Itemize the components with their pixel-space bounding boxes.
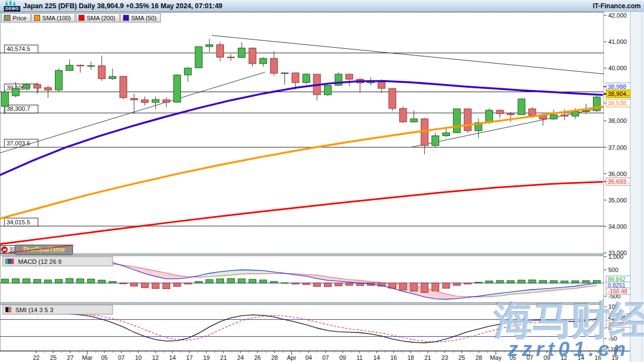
macd-histogram-bar bbox=[260, 280, 267, 283]
macd-histogram-bar bbox=[561, 281, 568, 283]
candle-body bbox=[583, 111, 590, 111]
macd-histogram-bar bbox=[518, 280, 525, 283]
macd-histogram-bar bbox=[98, 280, 105, 283]
smi-legend-chip[interactable]: SMI (14 3 5 3 bbox=[3, 305, 113, 314]
candle-body bbox=[421, 119, 428, 146]
prorealtime-logo-icon bbox=[1, 246, 8, 253]
legend-label: SMA (200) bbox=[87, 15, 115, 21]
price-tick-label: 35,000 bbox=[608, 197, 627, 203]
candle bbox=[389, 88, 396, 111]
candle-body bbox=[109, 76, 116, 78]
time-tick-label: 28 bbox=[475, 354, 482, 361]
legend-swatch-icon bbox=[4, 15, 10, 21]
price-value-label: 38,988 bbox=[608, 83, 626, 90]
indicator-swatch-icon bbox=[11, 259, 14, 264]
candle bbox=[593, 95, 601, 112]
candle-body bbox=[23, 84, 30, 88]
candle-body bbox=[443, 133, 450, 135]
legend-chip-sma-100[interactable]: SMA (100) bbox=[31, 13, 75, 22]
candle-body bbox=[98, 66, 105, 79]
time-tick-label: 09 bbox=[544, 354, 550, 361]
time-tick-label: 21 bbox=[220, 354, 227, 361]
macd-histogram-bar bbox=[44, 280, 52, 283]
time-tick-label: 22 bbox=[33, 354, 40, 361]
candle bbox=[335, 72, 342, 86]
macd-histogram-bar bbox=[33, 279, 41, 283]
candle-body bbox=[44, 88, 52, 90]
candle-body bbox=[184, 68, 192, 75]
macd-legend-chip-label: MACD (12 26 9 bbox=[18, 258, 61, 265]
chart-application: DEMO Japan 225 (DFB) Daily 38,904.9 +0.3… bbox=[0, 0, 644, 362]
candle-body bbox=[410, 119, 417, 122]
price-tick-label: 40,000 bbox=[608, 65, 627, 71]
time-tick-label: 24 bbox=[237, 354, 244, 361]
macd-histogram-bar bbox=[593, 280, 601, 283]
macd-histogram-bar bbox=[227, 279, 234, 283]
candle-body bbox=[217, 44, 224, 57]
price-tick-label: 42,000 bbox=[608, 12, 627, 19]
chart-canvas[interactable]: 42,00041,00040,00039,00038,00037,00036,0… bbox=[0, 0, 644, 362]
macd-histogram-bar bbox=[173, 283, 181, 286]
legend-chip-sma-200[interactable]: SMA (200) bbox=[76, 13, 120, 22]
price-tick-label: 37,000 bbox=[608, 144, 627, 151]
time-tick-label: 18 bbox=[407, 354, 414, 361]
macd-histogram-bar bbox=[217, 279, 224, 283]
candle-body bbox=[131, 99, 138, 100]
time-tick-label: 28 bbox=[271, 354, 278, 361]
macd-histogram-bar bbox=[12, 279, 19, 283]
candle-body bbox=[55, 71, 63, 90]
indicator-legend: PriceSMA (100)SMA (200)SMA (50) bbox=[1, 13, 161, 22]
price-level-label: 34,015.5 bbox=[7, 219, 30, 225]
time-tick-label: 11 bbox=[356, 354, 362, 361]
candle-body bbox=[206, 44, 213, 47]
time-tick-label: 04 bbox=[305, 354, 312, 361]
macd-histogram-bar bbox=[335, 283, 342, 286]
price-level-label: 37,003.6 bbox=[7, 140, 30, 146]
prorealtime-watermark: ProRealTime bbox=[15, 245, 73, 255]
candle-body bbox=[33, 84, 41, 88]
time-tick-label: May bbox=[490, 354, 502, 361]
time-tick-label: 07 bbox=[527, 354, 533, 361]
time-tick-label: 26 bbox=[254, 354, 261, 361]
time-tick-label: 25 bbox=[458, 354, 465, 361]
macd-histogram-bar bbox=[66, 279, 73, 283]
candle-body bbox=[12, 88, 19, 96]
macd-histogram-bar bbox=[540, 280, 547, 283]
candle-body bbox=[163, 100, 170, 102]
candle-body bbox=[173, 75, 181, 103]
macd-histogram-bar bbox=[206, 280, 213, 283]
price-value-label: 35,693.. bbox=[608, 178, 630, 185]
macd-histogram-bar bbox=[529, 280, 536, 283]
time-tick-label: 25 bbox=[50, 354, 57, 361]
macd-tick-label: 500 bbox=[608, 267, 618, 273]
smi-value-label: 43.108 bbox=[608, 314, 625, 321]
macd-histogram-bar bbox=[55, 279, 63, 283]
macd-histogram-bar bbox=[141, 283, 148, 288]
legend-label: SMA (50) bbox=[131, 15, 156, 21]
candle-body bbox=[389, 88, 396, 109]
price-level-label: 40,574.5 bbox=[7, 46, 30, 52]
candle-body bbox=[195, 47, 202, 68]
smi-legend-chip-label: SMI (14 3 5 3 bbox=[15, 307, 53, 313]
candle-body bbox=[271, 58, 278, 73]
macd-legend-chip[interactable]: MACD (12 26 9 bbox=[3, 257, 113, 266]
macd-histogram-bar bbox=[271, 281, 278, 283]
macd-histogram-bar bbox=[292, 283, 299, 284]
macd-histogram-bar bbox=[464, 283, 471, 284]
price-tick-label: 41,000 bbox=[608, 38, 627, 45]
candle-body bbox=[260, 58, 267, 64]
time-axis[interactable] bbox=[0, 351, 630, 362]
candle bbox=[55, 69, 63, 92]
time-tick-label: 16 bbox=[595, 354, 601, 361]
candle bbox=[249, 47, 256, 66]
macd-histogram-bar bbox=[324, 283, 332, 287]
candle-body bbox=[518, 99, 525, 115]
legend-chip-price[interactable]: Price bbox=[1, 13, 31, 22]
time-tick-label: 07 bbox=[118, 354, 125, 361]
candle-body bbox=[227, 57, 234, 58]
candle-body bbox=[453, 109, 461, 133]
main-price-panel[interactable] bbox=[0, 12, 604, 254]
macd-tick-label: 1,000 bbox=[608, 253, 624, 260]
candle-body bbox=[464, 109, 471, 131]
legend-chip-sma-50[interactable]: SMA (50) bbox=[120, 13, 161, 22]
